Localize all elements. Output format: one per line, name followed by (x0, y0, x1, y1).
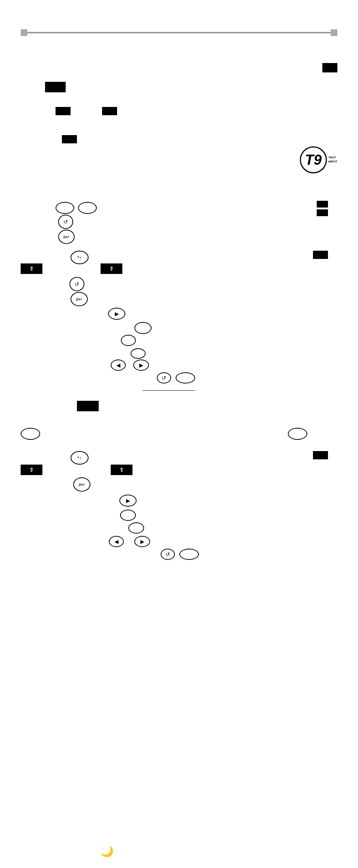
oval-hash-1[interactable]: #↵ (58, 230, 75, 244)
slider-thumb-right[interactable] (331, 29, 337, 36)
button-s2-2[interactable] (317, 209, 328, 216)
oval-arrow-right-1[interactable]: ▶ (108, 308, 125, 320)
button-1[interactable] (45, 82, 66, 92)
oval-btn-2[interactable] (78, 202, 97, 214)
oval-refresh-2[interactable]: ↺ (69, 277, 84, 291)
moon-icon: 🌙 (101, 845, 114, 857)
slider-track[interactable] (21, 29, 337, 36)
t9-registered: ® (322, 167, 324, 171)
t9-logo: T9 ® TEXTINPUT (298, 146, 339, 174)
oval-s6-ar1[interactable]: ▶ (119, 495, 137, 507)
button-shift-left-1[interactable]: ⇧ (21, 263, 42, 274)
oval-btn-1[interactable] (56, 202, 74, 214)
oval-refresh-1[interactable]: ↺ (58, 215, 73, 229)
button-s2-1[interactable] (317, 201, 328, 208)
button-4[interactable] (62, 135, 77, 143)
button-s4[interactable] (77, 401, 99, 411)
oval-s6-refresh[interactable]: ↺ (161, 549, 175, 560)
separator-line (143, 390, 195, 391)
button-shift-left-2[interactable]: ⇧ (21, 465, 42, 475)
oval-s6-left[interactable]: ◀ (109, 536, 124, 547)
oval-right-1[interactable]: ▶ (133, 360, 149, 371)
oval-s6-hash[interactable]: #↵ (73, 477, 90, 492)
button-top-right[interactable] (322, 63, 337, 72)
oval-star-up-1[interactable]: *↑ (71, 251, 89, 264)
track-line (21, 32, 337, 33)
button-s3-right[interactable] (313, 251, 328, 259)
oval-s5-left[interactable] (21, 428, 40, 440)
button-3[interactable] (102, 107, 117, 115)
oval-4[interactable] (121, 335, 136, 346)
button-shift-mid-2[interactable]: ⇧ (111, 465, 132, 475)
oval-refresh-3[interactable]: ↺ (157, 372, 171, 384)
oval-3[interactable] (134, 322, 152, 334)
oval-s6-3[interactable] (128, 522, 144, 534)
oval-s6-star[interactable]: *↑ (71, 451, 89, 465)
oval-5[interactable] (131, 348, 146, 359)
oval-s6-right[interactable]: ▶ (134, 536, 150, 547)
t9-main-text: T9 (305, 153, 322, 167)
oval-6[interactable] (176, 372, 195, 384)
oval-s6-4[interactable] (179, 549, 199, 560)
oval-left-1[interactable]: ◀ (111, 360, 126, 371)
t9-sub-text: TEXTINPUT (328, 156, 337, 164)
button-2[interactable] (56, 107, 71, 115)
slider-thumb-left[interactable] (21, 29, 27, 36)
oval-s6-2[interactable] (120, 510, 136, 521)
oval-s5-right[interactable] (288, 428, 307, 440)
oval-hash-2[interactable]: #↵ (71, 292, 88, 306)
button-s6-right[interactable] (313, 451, 328, 459)
button-shift-mid-1[interactable]: ⇧ (101, 263, 122, 274)
